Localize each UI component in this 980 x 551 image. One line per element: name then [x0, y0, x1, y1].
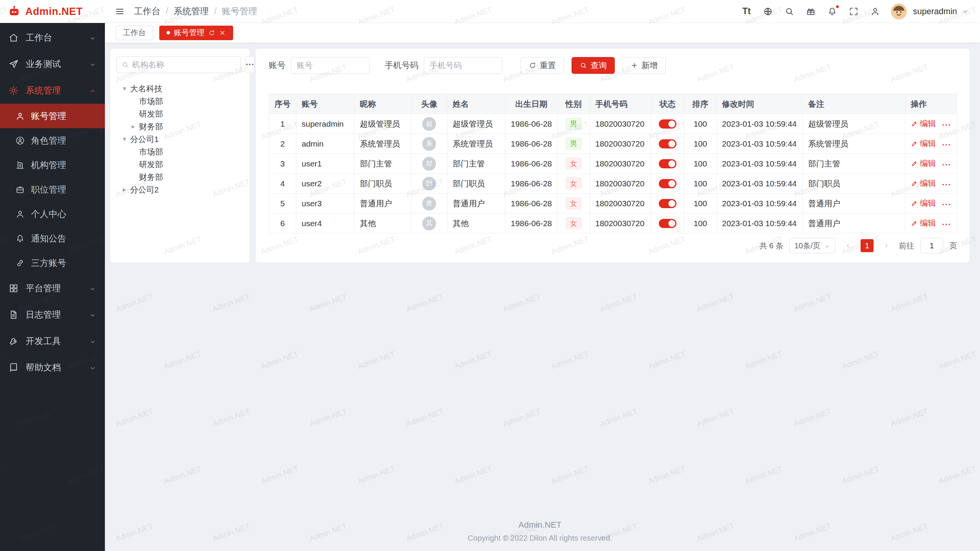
gift-icon[interactable]: [805, 6, 817, 17]
tree-node[interactable]: ▸分公司2: [116, 183, 243, 196]
status-toggle[interactable]: [659, 119, 676, 129]
more-actions-button[interactable]: ···: [942, 220, 951, 228]
remark-cell: 普通用户: [802, 214, 905, 233]
next-page-button[interactable]: [880, 239, 893, 252]
reset-button-label: 重置: [540, 60, 556, 71]
account-filter-label: 账号: [269, 60, 286, 71]
chevron-down-icon: [89, 364, 96, 372]
sidebar-item-system-management[interactable]: 系统管理: [0, 77, 105, 104]
edit-button[interactable]: 编辑: [911, 158, 936, 169]
more-actions-button[interactable]: ···: [942, 200, 951, 209]
home-icon: [8, 33, 19, 43]
table-row: 5user3普通用户普普通用户1986-06-28女18020030720100…: [269, 194, 957, 214]
sidebar-item-label: 个人中心: [31, 208, 66, 220]
chevron-down-icon[interactable]: [962, 8, 969, 15]
sidebar-item-role-management[interactable]: 角色管理: [0, 128, 105, 153]
more-actions-button[interactable]: ···: [942, 160, 951, 169]
status-toggle[interactable]: [659, 219, 676, 228]
sidebar-item-label: 角色管理: [31, 135, 66, 147]
prev-page-button[interactable]: [841, 239, 854, 252]
caret-right-icon[interactable]: ▸: [127, 122, 139, 130]
table-row: 3user1部门主管部部门主管1986-06-28女18020030720100…: [269, 154, 957, 174]
edit-icon: [911, 200, 918, 207]
sidebar-item-help-docs[interactable]: 帮助文档: [0, 354, 105, 381]
tree-node[interactable]: 研发部: [116, 108, 243, 120]
tree-node[interactable]: 市场部: [116, 95, 243, 108]
add-button[interactable]: 新增: [622, 57, 666, 74]
breadcrumb-item[interactable]: 工作台: [134, 5, 160, 17]
caret-right-icon[interactable]: ▸: [119, 186, 130, 194]
search-icon[interactable]: [784, 6, 795, 17]
edit-button[interactable]: 编辑: [911, 178, 936, 189]
tab-account-management[interactable]: 账号管理: [159, 26, 233, 40]
sidebar-item-business-test[interactable]: 业务测试: [0, 51, 105, 77]
tab-workbench[interactable]: 工作台: [116, 26, 153, 40]
breadcrumb-item[interactable]: 账号管理: [222, 5, 257, 17]
more-actions-button[interactable]: ···: [942, 180, 951, 189]
search-button[interactable]: 查询: [572, 57, 615, 74]
more-actions-button[interactable]: ···: [942, 120, 951, 129]
tree-node[interactable]: ▸财务部: [116, 120, 243, 133]
sidebar-item-org-management[interactable]: 机构管理: [0, 153, 105, 177]
phone-cell: 18020030720: [590, 174, 651, 194]
tree-more-button[interactable]: ···: [245, 56, 255, 73]
sidebar-item-account-management[interactable]: 账号管理: [0, 104, 105, 128]
sidebar-item-dev-tools[interactable]: 开发工具: [0, 328, 105, 354]
chevron-down-icon: [89, 60, 96, 68]
more-actions-button[interactable]: ···: [942, 140, 951, 149]
gender-cell: 女: [557, 214, 590, 233]
phone-filter-input[interactable]: [424, 57, 502, 74]
font-size-icon[interactable]: Tt: [741, 6, 752, 17]
status-toggle[interactable]: [659, 199, 676, 208]
name-cell: 其他: [447, 214, 505, 233]
current-page[interactable]: 1: [861, 239, 874, 252]
bell-icon[interactable]: [826, 6, 838, 17]
goto-page-input[interactable]: [920, 238, 943, 253]
tree-node[interactable]: 研发部: [116, 158, 243, 171]
status-toggle[interactable]: [659, 139, 676, 148]
birth-date-cell: 1986-06-28: [505, 114, 557, 134]
reset-button[interactable]: 重置: [521, 57, 564, 74]
tree-node[interactable]: 市场部: [116, 145, 243, 158]
sidebar-item-position-management[interactable]: 职位管理: [0, 177, 105, 202]
edit-button[interactable]: 编辑: [911, 198, 936, 209]
avatar-badge: 系: [422, 137, 436, 151]
gender-cell: 男: [557, 134, 590, 154]
tree-node[interactable]: ▾大名科技: [116, 82, 243, 95]
logo[interactable]: Admin.NET: [0, 0, 105, 23]
accounts-panel: 账号 手机号码 重置 查询: [255, 48, 970, 263]
tree-node[interactable]: 财务部: [116, 171, 243, 183]
fullscreen-icon[interactable]: [848, 6, 859, 17]
birth-date-cell: 1986-06-28: [505, 214, 557, 233]
sidebar-item-third-party-account[interactable]: 三方账号: [0, 251, 105, 275]
column-header: 修改时间: [717, 94, 803, 114]
name-cell: 部门职员: [447, 174, 505, 194]
sidebar-item-platform-management[interactable]: 平台管理: [0, 275, 105, 302]
hamburger-icon[interactable]: [114, 6, 126, 17]
sidebar-item-personal-center[interactable]: 个人中心: [0, 202, 105, 226]
status-toggle[interactable]: [659, 179, 676, 188]
sidebar-item-notice-announcement[interactable]: 通知公告: [0, 226, 105, 251]
sidebar-item-workbench[interactable]: 工作台: [0, 24, 105, 51]
user-icon[interactable]: [869, 6, 881, 17]
tab-refresh-icon[interactable]: [208, 29, 215, 36]
column-header: 序号: [269, 94, 296, 114]
tree-node[interactable]: ▾分公司1: [116, 133, 243, 145]
org-search-input[interactable]: [132, 60, 236, 69]
avatar[interactable]: [891, 3, 907, 20]
sidebar-item-log-management[interactable]: 日志管理: [0, 302, 105, 328]
caret-down-icon[interactable]: ▾: [119, 85, 130, 93]
edit-button[interactable]: 编辑: [911, 118, 936, 129]
topbar: 工作台/系统管理/账号管理 Tt superadmin: [105, 0, 980, 23]
account-cell: user2: [296, 174, 354, 194]
breadcrumb-item[interactable]: 系统管理: [173, 5, 209, 17]
account-filter-input[interactable]: [291, 57, 369, 74]
caret-down-icon[interactable]: ▾: [119, 135, 130, 143]
globe-icon[interactable]: [762, 6, 774, 17]
tab-close-icon[interactable]: [219, 29, 226, 36]
status-toggle[interactable]: [659, 159, 676, 168]
username[interactable]: superadmin: [913, 7, 957, 16]
edit-button[interactable]: 编辑: [911, 138, 936, 149]
edit-button[interactable]: 编辑: [911, 218, 936, 228]
page-size-select[interactable]: 10条/页: [789, 238, 835, 253]
